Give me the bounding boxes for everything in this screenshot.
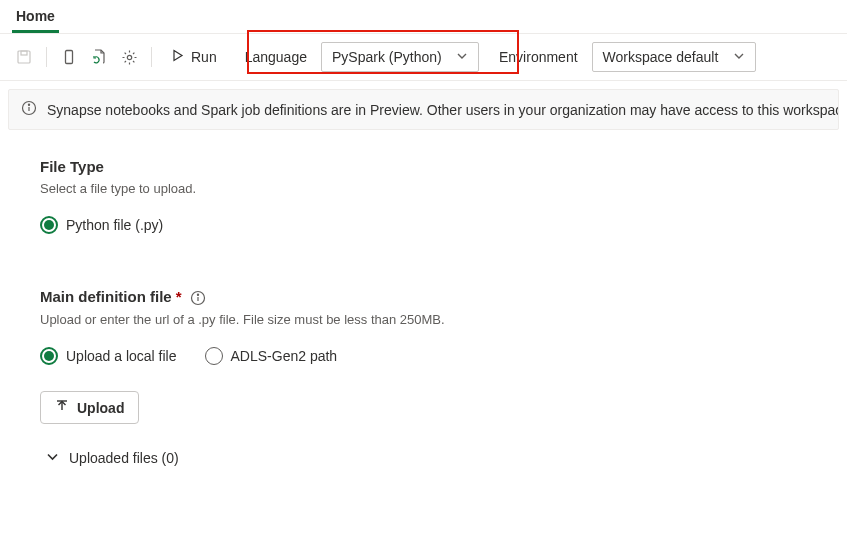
- refresh-file-icon[interactable]: [87, 45, 111, 69]
- svg-rect-1: [21, 51, 27, 55]
- chevron-down-icon: [456, 49, 468, 65]
- file-type-title: File Type: [40, 158, 807, 175]
- svg-point-3: [127, 55, 131, 59]
- preview-info-banner: Synapse notebooks and Spark job definiti…: [8, 89, 839, 130]
- toolbar: Run Language PySpark (Python) Environmen…: [0, 34, 847, 81]
- main-def-title-text: Main definition file: [40, 288, 172, 305]
- settings-gear-icon[interactable]: [117, 45, 141, 69]
- svg-rect-0: [18, 51, 30, 63]
- save-icon: [12, 45, 36, 69]
- required-asterisk: *: [176, 288, 182, 305]
- main-def-desc: Upload or enter the url of a .py file. F…: [40, 312, 807, 327]
- language-dropdown[interactable]: PySpark (Python): [321, 42, 479, 72]
- file-type-desc: Select a file type to upload.: [40, 181, 807, 196]
- upload-button[interactable]: Upload: [40, 391, 139, 424]
- chevron-down-icon: [46, 450, 59, 466]
- run-label: Run: [191, 49, 217, 65]
- svg-point-9: [197, 294, 198, 295]
- svg-point-6: [28, 104, 29, 105]
- language-label: Language: [245, 49, 307, 65]
- upload-label: Upload: [77, 400, 124, 416]
- info-icon[interactable]: [190, 290, 206, 306]
- uploaded-files-label: Uploaded files (0): [69, 450, 179, 466]
- info-text: Synapse notebooks and Spark job definiti…: [47, 102, 839, 118]
- language-value: PySpark (Python): [332, 49, 442, 65]
- uploaded-files-expander[interactable]: Uploaded files (0): [40, 450, 807, 466]
- run-button[interactable]: Run: [162, 44, 225, 70]
- phone-preview-icon[interactable]: [57, 45, 81, 69]
- toolbar-separator: [46, 47, 47, 67]
- toolbar-separator: [151, 47, 152, 67]
- chevron-down-icon: [733, 49, 745, 65]
- form-content: File Type Select a file type to upload. …: [0, 138, 847, 486]
- option-upload-local[interactable]: Upload a local file: [40, 347, 177, 365]
- tab-home[interactable]: Home: [12, 0, 59, 33]
- play-icon: [170, 48, 185, 66]
- environment-dropdown[interactable]: Workspace default: [592, 42, 756, 72]
- radio-unchecked-icon: [205, 347, 223, 365]
- main-def-radio-group: Upload a local file ADLS-Gen2 path: [40, 347, 807, 373]
- upload-icon: [55, 399, 69, 416]
- radio-label: Upload a local file: [66, 348, 177, 364]
- environment-value: Workspace default: [603, 49, 719, 65]
- svg-rect-2: [66, 51, 73, 64]
- radio-label: ADLS-Gen2 path: [231, 348, 338, 364]
- radio-label: Python file (.py): [66, 217, 163, 233]
- radio-checked-icon: [40, 347, 58, 365]
- file-type-option-python[interactable]: Python file (.py): [40, 216, 807, 234]
- option-adls-path[interactable]: ADLS-Gen2 path: [205, 347, 338, 365]
- tab-bar: Home: [0, 0, 847, 34]
- environment-label: Environment: [499, 49, 578, 65]
- radio-checked-icon: [40, 216, 58, 234]
- main-def-title: Main definition file *: [40, 288, 807, 306]
- info-icon: [21, 100, 37, 119]
